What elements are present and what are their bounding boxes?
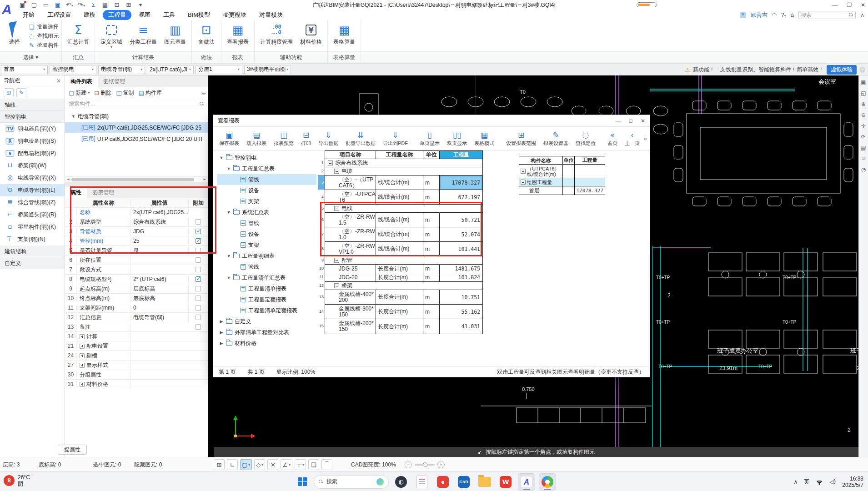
tab-工具[interactable]: 工具	[158, 10, 181, 20]
nav-item-零星构件(弱)(K)[interactable]: ▫零星构件(弱)(K)	[0, 221, 65, 233]
nav-section-智控弱电[interactable]: 智控弱电	[0, 111, 65, 123]
上一页-button[interactable]: ‹上一页	[622, 130, 643, 148]
report-row[interactable]: 配管	[325, 256, 482, 265]
ribbon-search-input[interactable]: 搜索	[798, 11, 856, 19]
tab-对量模块[interactable]: 对量模块	[254, 10, 288, 20]
report-row[interactable]: JDG-25长度合计(m)m1481.675	[325, 265, 482, 273]
quantity-cell[interactable]: 50.721	[440, 213, 482, 227]
volume-icon[interactable]: ◁)	[829, 479, 836, 485]
notepad-app-icon[interactable]	[413, 473, 431, 491]
expand-icon[interactable]	[80, 353, 85, 358]
表格算量-button[interactable]: ▦表格算量	[331, 21, 358, 51]
property-value[interactable]: 层底标高	[130, 295, 189, 302]
start-button[interactable]	[295, 474, 310, 490]
report-row[interactable]: 〈空〉-（UTPCAT6）线/缆合计(m)m17078.327	[325, 175, 482, 190]
user-name[interactable]: 欧善吉	[751, 11, 767, 19]
context-dropdown-4[interactable]: 分层1▾	[196, 65, 242, 74]
report-tree-item-管线[interactable]: 管线	[217, 174, 316, 185]
attach-checkbox[interactable]	[196, 248, 201, 253]
collapse-icon[interactable]	[334, 258, 339, 263]
材料价格-button[interactable]: ¥材料价格	[297, 21, 325, 51]
attach-checkbox[interactable]	[196, 324, 201, 330]
attach-checkbox[interactable]	[196, 315, 201, 320]
tab-开始[interactable]: 开始	[17, 10, 40, 20]
nav-section-建筑结构[interactable]: 建筑结构	[0, 246, 65, 257]
collapse-icon[interactable]	[334, 169, 339, 174]
quantity-cell[interactable]: 1481.675	[440, 265, 482, 273]
component-item[interactable]: [已用]2x(UTP cat6),JDG25,SCE/WC/FC [JDG 25	[65, 122, 208, 133]
expand-icon[interactable]	[80, 363, 85, 368]
quantity-cell[interactable]: 55.162	[440, 305, 482, 319]
复制-button[interactable]: ◫复制	[116, 89, 134, 97]
tab-建模[interactable]: 建模	[78, 10, 101, 20]
report-tree-item-系统汇总表[interactable]: ▼系统汇总表	[217, 207, 316, 218]
taskview-app-icon[interactable]: ◐	[392, 473, 410, 491]
tray-chevron-icon[interactable]: ∧	[794, 479, 798, 485]
collapse-icon[interactable]	[334, 206, 339, 211]
clock-icon[interactable]: ◔	[860, 166, 867, 173]
表格模式-button[interactable]: ▦表格模式	[471, 130, 497, 148]
property-value[interactable]: 是	[130, 247, 189, 255]
taskbar-search-input[interactable]: 搜索	[314, 475, 389, 489]
attach-checkbox[interactable]	[196, 219, 201, 225]
dialog-close-button[interactable]: ✕	[641, 118, 645, 124]
载入报表-button[interactable]: ▤载入报表	[243, 130, 270, 148]
component-item[interactable]: [已用]UTP cat6,JDG20,SCE/WC/FC [JDG 20 UTI	[65, 133, 208, 145]
property-row[interactable]: 30分组属性	[65, 370, 208, 380]
collapse-icon[interactable]	[328, 160, 333, 165]
skin-icon[interactable]: ⌂	[791, 12, 794, 18]
property-row[interactable]: 2系统类型综合布线系统	[65, 217, 208, 227]
report-row[interactable]: 〈空〉-UTPCAT6线/缆合计(m)m677.197	[325, 190, 482, 205]
arc-icon[interactable]: ⌒	[321, 459, 332, 470]
tab-属性[interactable]: 属性	[65, 187, 87, 198]
clock[interactable]: 16:332025/5/7	[842, 476, 863, 488]
rect-draw-icon[interactable]: ▢▾	[240, 459, 252, 470]
app-logo-icon[interactable]: A	[2, 1, 15, 18]
report-tree-item-支架[interactable]: 支架	[217, 240, 316, 251]
ortho-icon[interactable]: ∟	[227, 459, 238, 470]
attach-checkbox[interactable]	[196, 267, 201, 272]
rotate-view-icon[interactable]: ⟳	[860, 134, 867, 140]
dialog-minimize-button[interactable]: —	[616, 118, 621, 124]
property-row[interactable]: 7敷设方式	[65, 265, 208, 275]
context-dropdown-0[interactable]: 首层▾	[1, 65, 48, 74]
property-value[interactable]: 2* (UTP cat6)	[130, 276, 189, 282]
edit-layer-button[interactable]: ✎	[16, 88, 26, 97]
定义区域-button[interactable]: 定义区域▾	[98, 21, 125, 51]
minimize-button[interactable]: —	[832, 2, 838, 8]
property-row[interactable]: 31材料价格	[65, 380, 208, 389]
grid-icon[interactable]: ▤	[860, 145, 867, 151]
restore-view-icon[interactable]: ▣	[860, 79, 867, 86]
nav-item-电缆导管(弱)(L)[interactable]: ⊙电缆导管(弱)(L)	[0, 184, 65, 196]
report-tree-item-设备[interactable]: 设备	[217, 185, 316, 196]
scale-find-icon[interactable]: ⊞	[214, 459, 225, 470]
单页显示-button[interactable]: ▯单页显示	[416, 130, 443, 148]
property-row[interactable]: 27显示样式	[65, 361, 208, 370]
property-row[interactable]: 5是否计量导管是	[65, 246, 208, 256]
attach-checkbox[interactable]	[196, 238, 201, 244]
attach-checkbox[interactable]	[196, 257, 201, 263]
构件库-button[interactable]: ▤构件库	[139, 89, 162, 97]
expand-icon[interactable]	[80, 344, 85, 349]
collapse-icon[interactable]	[334, 283, 339, 288]
collapse-icon[interactable]	[521, 180, 526, 185]
report-row[interactable]: 金属线槽-300*150长度合计(m)m55.162	[325, 305, 482, 319]
image-ref-icon[interactable]: ❏	[308, 459, 319, 470]
property-row[interactable]: 21配电设置	[65, 341, 208, 351]
summary-row[interactable]: 绘图工程量	[519, 178, 605, 186]
context-dropdown-2[interactable]: 电缆导管(弱)▾	[98, 65, 145, 74]
quantity-cell[interactable]: 17078.327	[440, 175, 482, 190]
计算精度管理-button[interactable]: .00→.0计算精度管理	[257, 21, 296, 51]
图元查量-button[interactable]: ▥图元查量	[161, 21, 189, 51]
property-row[interactable]: 10终点标高(m)层底标高	[65, 294, 208, 303]
property-row[interactable]: 3导管材质JDG	[65, 227, 208, 236]
nav-item-弱电器具(弱)(Y)[interactable]: TV弱电器具(弱)(Y)	[0, 123, 65, 135]
property-row[interactable]: 4管径(mm)25	[65, 236, 208, 246]
打印-button[interactable]: ⊟打印	[298, 130, 314, 148]
report-tree-item-支架[interactable]: 支架	[217, 196, 316, 207]
attach-checkbox[interactable]	[196, 296, 201, 301]
property-row[interactable]: 9起点标高(m)层底标高	[65, 284, 208, 294]
glodon-app-icon[interactable]: A	[518, 473, 535, 491]
context-dropdown-5[interactable]: 3#楼弱电平面图▾	[244, 65, 291, 74]
component-search-input[interactable]: 搜索构件...	[65, 99, 208, 109]
